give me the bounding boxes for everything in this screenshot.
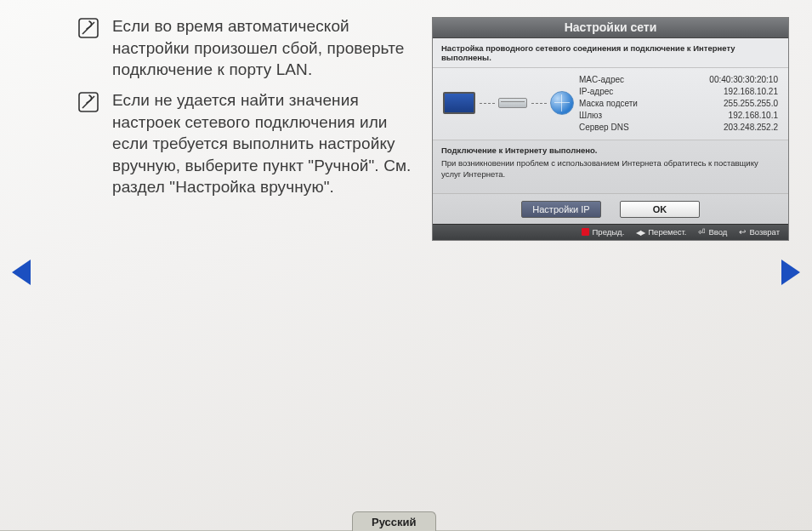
row-label: MAC-адрес: [579, 75, 624, 84]
row-value: 255.255.255.0: [724, 99, 778, 108]
note-1-text: Если во время автоматической настройки п…: [112, 15, 414, 81]
router-icon: [498, 98, 527, 108]
footer-prev-label: Предыд.: [593, 227, 625, 237]
footer-return: Возврат: [739, 227, 780, 237]
row-value: 192.168.10.21: [724, 87, 778, 96]
row-label: Шлюз: [579, 111, 602, 120]
note-1: Если во время автоматической настройки п…: [78, 15, 414, 81]
note-icon: [78, 92, 100, 112]
footer-move: Перемест.: [636, 227, 686, 237]
table-row: MAC-адрес 00:40:30:30:20:10: [579, 73, 778, 85]
row-value: 00:40:30:30:20:10: [709, 75, 778, 84]
return-icon: [739, 227, 746, 237]
table-row: Шлюз 192.168.10.1: [579, 109, 778, 121]
ip-settings-button[interactable]: Настройки IP: [521, 201, 601, 218]
enter-icon: [698, 227, 705, 237]
panel-message-help: При возникновении проблем с использовани…: [441, 158, 780, 180]
globe-icon: [550, 91, 574, 115]
note-icon: [78, 18, 100, 38]
panel-footer: Предыд. Перемест. Ввод Возврат: [433, 224, 788, 240]
language-tab[interactable]: Русский: [352, 511, 436, 531]
row-value: 192.168.10.1: [729, 111, 778, 120]
network-table: MAC-адрес 00:40:30:30:20:10 IP-адрес 192…: [579, 73, 778, 133]
footer-enter: Ввод: [698, 227, 727, 237]
connection-line-icon: [531, 103, 547, 104]
row-value: 203.248.252.2: [724, 123, 778, 132]
note-2: Если не удается найти значения настроек …: [78, 89, 414, 198]
tv-icon: [443, 92, 475, 114]
table-row: IP-адрес 192.168.10.21: [579, 85, 778, 97]
row-label: Маска подсети: [579, 99, 638, 108]
table-row: Маска подсети 255.255.255.0: [579, 97, 778, 109]
panel-message: Подключение к Интернету выполнено. При в…: [433, 140, 788, 193]
panel-message-ok: Подключение к Интернету выполнено.: [441, 146, 780, 157]
footer-enter-label: Ввод: [708, 227, 727, 237]
arrows-icon: [636, 227, 644, 237]
panel-title: Настройки сети: [433, 18, 788, 38]
footer-prev: Предыд.: [582, 227, 625, 237]
footer-move-label: Перемест.: [648, 227, 686, 237]
footer-return-label: Возврат: [749, 227, 780, 237]
connection-line-icon: [480, 103, 495, 104]
note-2-text: Если не удается найти значения настроек …: [112, 89, 414, 198]
row-label: IP-адрес: [579, 87, 613, 96]
connection-diagram: [443, 73, 579, 133]
ok-button[interactable]: OK: [620, 201, 700, 218]
next-page-arrow[interactable]: [781, 260, 800, 285]
table-row: Сервер DNS 203.248.252.2: [579, 121, 778, 133]
network-settings-panel: Настройки сети Настройка проводного сете…: [432, 17, 789, 241]
row-label: Сервер DNS: [579, 123, 629, 132]
panel-status: Настройка проводного сетевого соединения…: [433, 38, 788, 68]
red-key-icon: [582, 228, 589, 236]
prev-page-arrow[interactable]: [12, 260, 31, 285]
